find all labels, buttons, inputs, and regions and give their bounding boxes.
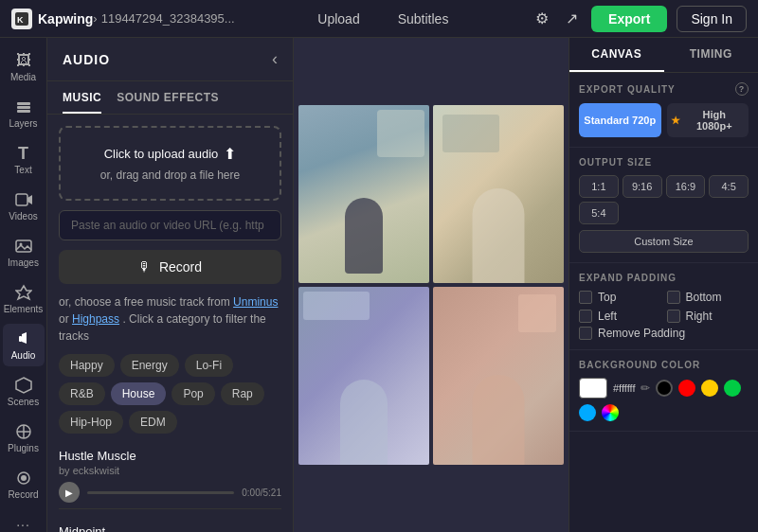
track-0-controls: ▶ 0:00/5:21 bbox=[59, 482, 281, 503]
canvas-photo-1[interactable] bbox=[298, 105, 429, 283]
settings-icon[interactable]: ⚙ bbox=[532, 6, 552, 31]
upload-sub-text: or, drag and drop a file here bbox=[100, 168, 240, 182]
tag-hiphop[interactable]: Hip-Hop bbox=[59, 411, 123, 434]
size-btn-4-5[interactable]: 4:5 bbox=[709, 175, 749, 198]
color-section: #ffffff ✏ bbox=[579, 378, 749, 421]
upload-button[interactable]: Upload bbox=[310, 8, 367, 30]
padding-left-option[interactable]: Left bbox=[579, 310, 661, 323]
color-edit-icon[interactable]: ✏ bbox=[641, 381, 650, 395]
export-button[interactable]: Export bbox=[591, 6, 667, 32]
share-icon[interactable]: ↗ bbox=[562, 6, 582, 31]
quality-premium-button[interactable]: ★ High 1080p+ bbox=[667, 103, 749, 137]
app-logo[interactable]: K Kapwing bbox=[11, 9, 93, 29]
subtitles-button[interactable]: Subtitles bbox=[390, 8, 457, 30]
remove-padding-option[interactable]: Remove Padding bbox=[579, 327, 749, 340]
canvas-area bbox=[294, 38, 568, 532]
track-1-title: Midpoint. bbox=[59, 524, 281, 532]
sidebar-item-videos[interactable]: Videos bbox=[3, 185, 45, 227]
track-0-play-button[interactable]: ▶ bbox=[59, 482, 80, 503]
export-quality-help-icon[interactable]: ? bbox=[735, 82, 749, 96]
output-size-section: OUTPUT SIZE 1:1 9:16 16:9 4:5 5:4 Custom… bbox=[569, 148, 758, 263]
background-color-title: BACKGROUND COLOR bbox=[579, 360, 749, 370]
tab-canvas[interactable]: CANVAS bbox=[569, 38, 664, 72]
sidebar-item-record[interactable]: Record bbox=[3, 463, 45, 505]
canvas-photo-3[interactable] bbox=[298, 287, 429, 465]
custom-size-button[interactable]: Custom Size bbox=[579, 230, 749, 253]
tag-edm[interactable]: EDM bbox=[129, 411, 177, 434]
tag-energy[interactable]: Energy bbox=[120, 354, 179, 377]
color-swatch-red[interactable] bbox=[678, 380, 695, 397]
tag-rnb[interactable]: R&B bbox=[59, 382, 105, 405]
url-input[interactable] bbox=[59, 210, 281, 240]
sidebar-label-record: Record bbox=[8, 489, 38, 500]
tag-house[interactable]: House bbox=[111, 382, 167, 405]
svg-rect-7 bbox=[16, 240, 31, 252]
collapse-panel-button[interactable]: ‹ bbox=[272, 49, 278, 69]
padding-bottom-option[interactable]: Bottom bbox=[667, 291, 749, 304]
right-panel: CANVAS TIMING EXPORT QUALITY ? Standard … bbox=[568, 38, 758, 532]
sidebar-item-audio[interactable]: Audio bbox=[3, 324, 45, 366]
tab-timing[interactable]: TIMING bbox=[664, 38, 759, 72]
padding-top-checkbox[interactable] bbox=[579, 291, 592, 304]
audio-panel-title: AUDIO bbox=[63, 52, 110, 67]
quality-standard-button[interactable]: Standard 720p bbox=[579, 103, 661, 137]
highpass-link[interactable]: Highpass bbox=[72, 312, 119, 326]
color-swatch-blue[interactable] bbox=[579, 404, 596, 421]
padding-top-option[interactable]: Top bbox=[579, 291, 661, 304]
tag-lofi[interactable]: Lo-Fi bbox=[185, 354, 233, 377]
tab-sound-effects[interactable]: SOUND EFFECTS bbox=[117, 91, 219, 114]
remove-padding-checkbox[interactable] bbox=[579, 327, 592, 340]
sidebar-item-scenes[interactable]: Scenes bbox=[3, 370, 45, 413]
canvas-grid bbox=[298, 105, 564, 465]
audio-tabs: MUSIC SOUND EFFECTS bbox=[47, 81, 293, 115]
record-button[interactable]: 🎙 Record bbox=[59, 250, 281, 284]
color-preview[interactable] bbox=[579, 378, 607, 399]
sidebar-label-layers: Layers bbox=[9, 118, 37, 129]
images-icon bbox=[14, 237, 33, 256]
tab-music[interactable]: MUSIC bbox=[63, 91, 101, 114]
padding-right-checkbox[interactable] bbox=[667, 310, 680, 323]
more-icon: ··· bbox=[14, 515, 33, 532]
padding-right-label: Right bbox=[686, 310, 713, 323]
size-btn-16-9[interactable]: 16:9 bbox=[666, 175, 706, 198]
canvas-photo-2[interactable] bbox=[433, 105, 564, 283]
icon-sidebar: 🖼 Media Layers T Text Videos Images bbox=[0, 38, 47, 532]
audio-panel: AUDIO ‹ MUSIC SOUND EFFECTS Click to upl… bbox=[47, 38, 294, 532]
sidebar-label-plugins: Plugins bbox=[8, 443, 39, 453]
color-swatch-black[interactable] bbox=[656, 380, 673, 397]
tag-happy[interactable]: Happy bbox=[59, 354, 115, 377]
record-button-label: Record bbox=[159, 259, 202, 275]
canvas-photo-4[interactable] bbox=[433, 287, 564, 465]
topbar: K Kapwing › 119447294_32384395... Upload… bbox=[0, 0, 758, 38]
track-item-0: Hustle Muscle by eckskwisit ▶ 0:00/5:21 bbox=[59, 443, 281, 509]
sidebar-item-elements[interactable]: Elements bbox=[3, 277, 45, 320]
color-swatch-green[interactable] bbox=[724, 380, 741, 397]
tag-pop[interactable]: Pop bbox=[171, 382, 214, 405]
signin-button[interactable]: Sign In bbox=[677, 6, 747, 32]
padding-bottom-checkbox[interactable] bbox=[667, 291, 680, 304]
size-btn-9-16[interactable]: 9:16 bbox=[623, 175, 662, 198]
sidebar-label-scenes: Scenes bbox=[8, 397, 39, 407]
unminus-link[interactable]: Unminus bbox=[233, 295, 278, 309]
sidebar-item-images[interactable]: Images bbox=[3, 231, 45, 274]
track-0-progress[interactable] bbox=[87, 491, 234, 494]
track-item-1: Midpoint. by JNGS ▶ 0:00/4:00 bbox=[59, 519, 281, 532]
sidebar-item-plugins[interactable]: Plugins bbox=[3, 417, 45, 459]
color-gradient-swatch[interactable] bbox=[602, 404, 619, 421]
size-btn-5-4[interactable]: 5:4 bbox=[579, 202, 619, 224]
audio-panel-header: AUDIO ‹ bbox=[47, 38, 293, 81]
svg-point-16 bbox=[21, 475, 27, 481]
audio-upload-area[interactable]: Click to upload audio ⬆ or, drag and dro… bbox=[59, 126, 281, 201]
color-swatch-yellow[interactable] bbox=[701, 380, 718, 397]
padding-left-checkbox[interactable] bbox=[579, 310, 592, 323]
sidebar-item-layers[interactable]: Layers bbox=[3, 92, 45, 134]
free-music-desc: or, choose a free music track from Unmin… bbox=[59, 293, 281, 345]
tag-rap[interactable]: Rap bbox=[221, 382, 264, 405]
sidebar-item-text[interactable]: T Text bbox=[3, 138, 45, 181]
size-btn-1-1[interactable]: 1:1 bbox=[579, 175, 619, 198]
expand-padding-title: EXPAND PADDING bbox=[579, 273, 749, 283]
music-tags: Happy Energy Lo-Fi R&B House Pop Rap Hip… bbox=[59, 354, 281, 434]
sidebar-item-more[interactable]: ··· More bbox=[3, 509, 45, 532]
sidebar-item-media[interactable]: 🖼 Media bbox=[3, 45, 45, 88]
padding-right-option[interactable]: Right bbox=[667, 310, 749, 323]
